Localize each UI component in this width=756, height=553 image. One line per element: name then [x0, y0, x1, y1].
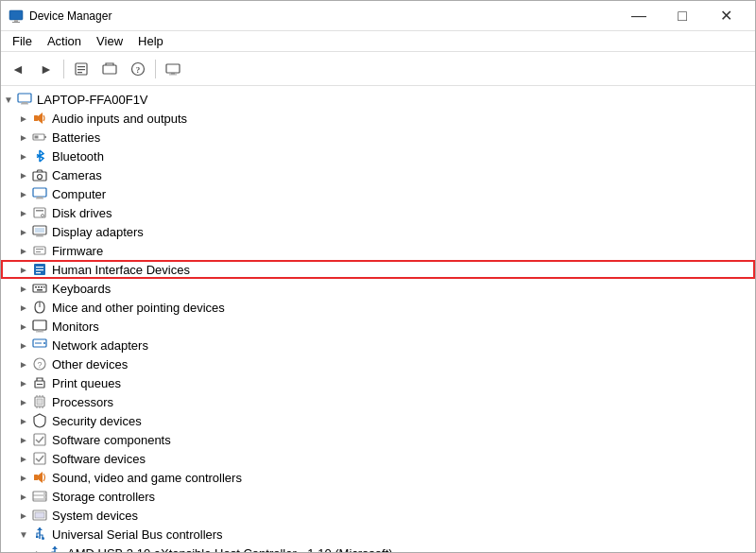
label-softwarecomp: Software components — [52, 433, 171, 447]
toolbar-back[interactable]: ◄ — [5, 56, 31, 82]
tree-item-security[interactable]: ►Security devices — [1, 411, 755, 430]
menu-view[interactable]: View — [89, 32, 130, 50]
toolbar-help[interactable]: ? — [125, 56, 151, 82]
label-keyboards: Keyboards — [52, 282, 111, 296]
menu-help[interactable]: Help — [130, 32, 171, 50]
tree-item-monitors[interactable]: ►Monitors — [1, 317, 755, 336]
svg-rect-11 — [171, 73, 175, 75]
tree-item-processors[interactable]: ►Processors — [1, 392, 755, 411]
expand-btn-mice[interactable]: ► — [16, 300, 31, 315]
expand-btn-softwaredev[interactable]: ► — [16, 451, 31, 466]
tree-item-sound[interactable]: ►Sound, video and game controllers — [1, 468, 755, 487]
svg-rect-0 — [9, 10, 23, 20]
expand-btn-network[interactable]: ► — [16, 337, 31, 353]
expand-btn-batteries[interactable]: ► — [16, 130, 31, 145]
toolbar-update[interactable] — [96, 56, 123, 82]
maximize-button[interactable]: □ — [661, 1, 704, 31]
toolbar-device[interactable] — [160, 56, 186, 82]
tree-item-disk[interactable]: ►Disk drives — [1, 203, 755, 222]
tree-item-other[interactable]: ►?Other devices — [1, 354, 755, 373]
close-button[interactable]: ✕ — [704, 1, 747, 31]
label-system: System devices — [52, 509, 138, 523]
svg-rect-48 — [36, 332, 43, 333]
expand-btn-display[interactable]: ► — [16, 224, 31, 239]
toolbar-properties[interactable] — [68, 56, 94, 82]
label-print: Print queues — [52, 376, 121, 390]
tree-item-firmware[interactable]: ►Firmware — [1, 241, 755, 260]
tree-item-bluetooth[interactable]: ►Bluetooth — [1, 147, 755, 165]
expand-btn-usb[interactable]: ▼ — [16, 527, 31, 542]
expand-btn-sound[interactable]: ► — [16, 470, 31, 485]
expand-btn-usb1[interactable]: ► — [31, 545, 46, 552]
svg-rect-65 — [34, 453, 45, 464]
expand-btn-storage[interactable]: ► — [16, 489, 31, 504]
tree-item-usb[interactable]: ▼Universal Serial Bus controllers — [1, 525, 755, 544]
minimize-button[interactable]: — — [617, 1, 661, 31]
icon-processor — [31, 393, 48, 410]
tree-item-print[interactable]: ►Print queues — [1, 373, 755, 392]
toolbar-forward[interactable]: ► — [33, 56, 60, 82]
svg-marker-67 — [38, 472, 43, 483]
tree-item-softwarecomp[interactable]: ►Software components — [1, 430, 755, 449]
expand-btn-softwarecomp[interactable]: ► — [16, 432, 31, 447]
svg-rect-57 — [37, 399, 43, 405]
tree-item-cameras[interactable]: ►Cameras — [1, 165, 755, 184]
tree-item-keyboards[interactable]: ►Keyboards — [1, 279, 755, 298]
expand-btn-other[interactable]: ► — [16, 356, 31, 372]
tree-item-computer[interactable]: ►Computer — [1, 184, 755, 203]
expand-btn-disk[interactable]: ► — [16, 205, 31, 220]
expand-btn-computer[interactable]: ► — [16, 186, 31, 201]
svg-rect-20 — [35, 136, 39, 139]
label-usb1: AMD USB 3.10 eXtensible Host Controller … — [67, 546, 393, 553]
expand-btn-processors[interactable]: ► — [16, 394, 31, 409]
tree-item-system[interactable]: ►System devices — [1, 506, 755, 525]
menu-action[interactable]: Action — [40, 32, 89, 50]
label-storage: Storage controllers — [52, 490, 155, 504]
tree-item-display[interactable]: ►Display adapters — [1, 222, 755, 241]
icon-software — [31, 450, 48, 467]
icon-system — [31, 507, 48, 524]
icon-usb — [31, 526, 48, 543]
expand-btn-firmware[interactable]: ► — [16, 243, 31, 258]
expand-btn-root[interactable]: ▼ — [1, 92, 16, 107]
tree-item-hid[interactable]: ►Human Interface Devices — [1, 260, 755, 279]
toolbar: ◄ ► ? — [1, 52, 755, 86]
label-usb: Universal Serial Bus controllers — [52, 527, 223, 542]
expand-btn-keyboards[interactable]: ► — [16, 281, 31, 296]
expand-btn-audio[interactable]: ► — [16, 111, 31, 126]
label-audio: Audio inputs and outputs — [52, 112, 187, 126]
svg-rect-74 — [35, 512, 44, 518]
expand-btn-cameras[interactable]: ► — [16, 167, 31, 182]
toolbar-sep2 — [155, 60, 156, 78]
svg-rect-42 — [41, 286, 43, 288]
svg-rect-7 — [103, 65, 116, 74]
tree-item-root[interactable]: ▼LAPTOP-FFA00F1V — [1, 90, 755, 109]
device-tree[interactable]: ▼LAPTOP-FFA00F1V►Audio inputs and output… — [1, 86, 755, 552]
icon-computer — [16, 91, 33, 108]
expand-btn-print[interactable]: ► — [16, 375, 31, 390]
icon-bluetooth — [31, 147, 48, 164]
expand-btn-bluetooth[interactable]: ► — [16, 148, 31, 164]
svg-rect-14 — [22, 102, 27, 104]
expand-btn-monitors[interactable]: ► — [16, 319, 31, 334]
svg-marker-17 — [38, 112, 43, 124]
tree-item-storage[interactable]: ►Storage controllers — [1, 487, 755, 506]
menu-file[interactable]: File — [5, 32, 40, 50]
svg-point-72 — [43, 496, 45, 498]
tree-item-network[interactable]: ►Network adapters — [1, 336, 755, 354]
tree-item-softwaredev[interactable]: ►Software devices — [1, 449, 755, 468]
toolbar-sep1 — [63, 60, 64, 78]
icon-monitor — [31, 318, 48, 335]
label-sound: Sound, video and game controllers — [52, 471, 242, 485]
expand-btn-security[interactable]: ► — [16, 413, 31, 428]
icon-disk — [31, 204, 48, 221]
icon-battery — [31, 129, 48, 146]
svg-rect-2 — [12, 22, 20, 23]
tree-item-usb1[interactable]: ►AMD USB 3.10 eXtensible Host Controller… — [1, 544, 755, 552]
tree-item-mice[interactable]: ►Mice and other pointing devices — [1, 298, 755, 317]
tree-item-batteries[interactable]: ►Batteries — [1, 128, 755, 147]
svg-rect-16 — [34, 115, 38, 121]
tree-item-audio[interactable]: ►Audio inputs and outputs — [1, 109, 755, 128]
expand-btn-hid[interactable]: ► — [16, 262, 31, 277]
expand-btn-system[interactable]: ► — [16, 508, 31, 523]
